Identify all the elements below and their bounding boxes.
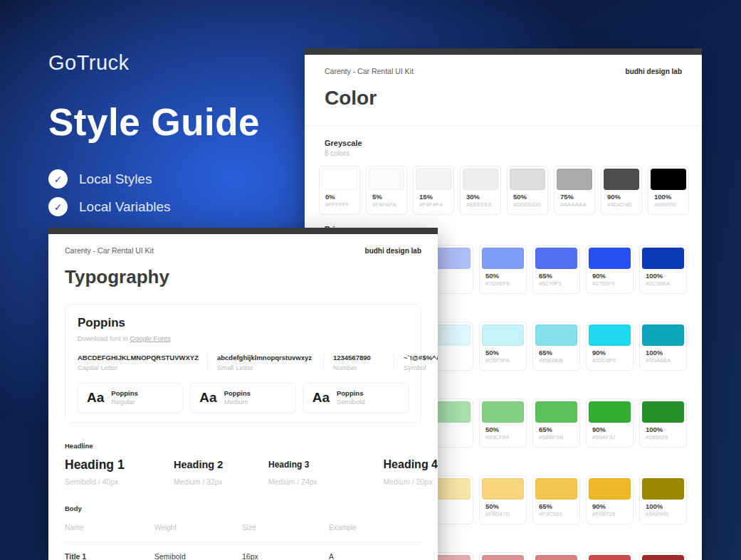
color-swatch-card: 100% #000000 [648,166,689,215]
color-swatch-card: 65% #85E0EB [532,322,580,371]
swatch-percent: 50% [485,349,520,357]
small-letter-sample: abcdefghijklmnopqrstuvwxyz Small Letter [207,354,323,371]
swatch-hex: #F3C551 [539,511,574,518]
swatch-percent: 50% [485,272,520,280]
swatch-color [482,324,524,346]
sample-text: ABCDEFGHIJKLMNOPQRSTUVWXYZ [78,354,199,361]
swatch-color [589,555,631,560]
font-weight-card: Aa Poppins Semibold [303,383,409,413]
cover-section: GoTruck Style Guide ✓ Local Styles ✓ Loc… [48,51,305,216]
red-swatch-row-clipped [426,552,687,560]
checklist-item: ✓ Local Styles [48,169,305,189]
swatch-percent: 65% [539,272,574,280]
font-family-card: Poppins Download font in Google Fonts AB… [65,304,421,423]
column-header: Name [65,524,154,532]
checklist-label: Local Styles [79,171,152,187]
swatch-hex: #5BBF5B [539,434,574,441]
swatch-percent: 65% [539,349,574,357]
greyscale-label: Greyscale [305,139,702,147]
heading-text: Heading 3 [268,455,384,474]
green-swatch-row: 50% #83CF84 65% #5BBF5B 90% [426,398,687,448]
weight-family: Poppins [111,389,137,398]
weight-style: Medium [224,398,251,406]
heading-spec: Semibold / 40px [65,477,174,486]
row-name: Title 1 [65,552,154,560]
swatch-hex: #FAFAFA [372,201,401,208]
sample-label: Capital Letter [78,364,199,371]
swatch-color [482,248,524,269]
swatch-percent: 50% [485,426,520,434]
swatch-color [642,555,684,560]
swatch-color [642,324,684,346]
swatch-percent: 90% [592,349,627,357]
swatch-hex: #000000 [654,201,683,208]
swatch-color [510,169,545,190]
color-swatch-card: 90% #2750F0 [586,245,634,294]
heading-sample: Heading 2 Medium / 32px [174,455,268,486]
color-swatch-card: 100% #0DA6BA [639,322,687,371]
swatch-percent: 65% [539,426,574,434]
swatch-hex: #30AF32 [592,434,627,441]
heading-spec: Medium / 32px [174,477,268,486]
color-swatch-card [639,552,687,560]
swatch-color [642,478,684,500]
color-swatch-card: 5% #FAFAFA [366,166,407,215]
color-swatch-card: 50% #83CF84 [479,398,527,448]
swatch-hex: #85E0EB [539,357,574,364]
swatch-hex: #9A8900 [646,511,680,518]
swatch-color [535,248,577,269]
body-table-row-clipped: Title 1 Semibold 16px A [48,552,438,560]
number-sample: 1234567890 Number [323,354,394,371]
color-panel-title: Color [305,87,702,110]
swatch-percent: 100% [646,272,680,280]
color-swatch-card: 65% #5BBF5B [532,398,580,448]
sample-label: Small Letter [217,364,315,371]
swatch-hex: #83CF84 [485,434,520,441]
headline-samples-row: Heading 1 Semibold / 40px Heading 2 Medi… [48,455,438,486]
swatch-percent: 50% [513,193,542,201]
row-size: 16px [242,552,329,560]
checklist-label: Local Variables [79,199,171,215]
swatch-color [322,169,357,190]
color-swatch-card: 90% #20D8F0 [586,322,634,371]
swatch-color [535,478,577,500]
weight-style: Regular [111,398,137,406]
swatch-hex: #2750F0 [592,280,627,287]
column-header: Example [329,524,438,532]
color-swatch-card: 100% #289029 [639,398,687,448]
color-swatch-card: 50% #7D9EF6 [479,245,527,294]
swatch-hex: #0C38BA [646,280,680,287]
swatch-hex: #5270F3 [539,280,574,287]
swatch-hex: #FFFFFF [325,201,354,208]
sample-text: ~`!@#$%^&*()-=_+[]\{}|;':",./<>? [404,354,438,361]
swatch-percent: 65% [539,502,574,511]
google-fonts-link[interactable]: Google Fonts [130,334,170,342]
swatch-hex: #20D8F0 [592,357,627,364]
greyscale-count: 8 colors [305,149,702,157]
brand-logo: GoTruck [48,51,305,75]
color-swatch-card: 90% #30AF32 [586,398,634,448]
swatch-hex: #F0B726 [592,511,627,518]
font-weights-row: Aa Poppins Regular Aa Poppins Medium A [78,383,409,413]
swatch-percent: 15% [419,193,448,201]
page-title: Style Guide [48,100,305,144]
glyph-samples-row: ABCDEFGHIJKLMNOPQRSTUVWXYZ Capital Lette… [78,354,409,371]
swatch-color [589,324,631,346]
heading-spec: Medium / 24px [268,477,384,486]
heading-sample: Heading 4 Medium / 20px [384,455,438,486]
body-section-label: Body [65,504,438,512]
swatch-hex: #EEEEEE [466,201,495,208]
yellow-swatch-row: 50% #F8D47D 65% #F3C551 90% [426,475,687,524]
heading-text: Heading 2 [174,455,268,474]
color-swatch-card: 65% #F3C551 [532,475,580,524]
swatch-hex: #F8D47D [485,511,520,518]
swatch-percent: 100% [646,426,680,434]
swatch-hex: #DDDDDD [513,201,542,208]
divider [65,541,421,542]
divider [305,125,702,126]
color-swatch-card: 30% #EEEEEE [460,166,501,215]
swatch-percent: 75% [560,193,589,201]
color-swatch-card: 0% #FFFFFF [319,166,360,215]
column-header: Weight [154,524,242,532]
swatch-percent: 100% [646,502,680,511]
